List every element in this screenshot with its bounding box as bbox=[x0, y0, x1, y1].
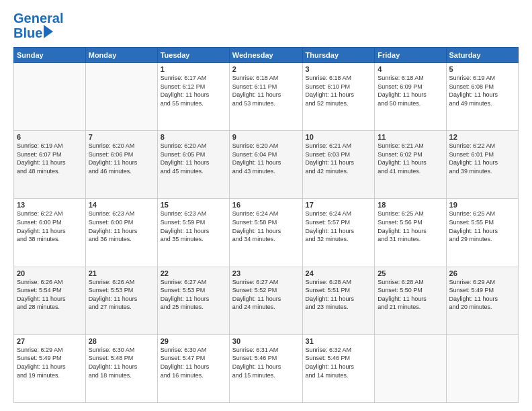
day-info: Sunrise: 6:18 AM Sunset: 6:10 PM Dayligh… bbox=[306, 74, 372, 107]
header: General Blue bbox=[13, 11, 519, 40]
calendar-cell: 15Sunrise: 6:23 AM Sunset: 5:59 PM Dayli… bbox=[157, 199, 229, 267]
day-info: Sunrise: 6:25 AM Sunset: 5:55 PM Dayligh… bbox=[449, 210, 515, 243]
calendar-week-3: 13Sunrise: 6:22 AM Sunset: 6:00 PM Dayli… bbox=[14, 199, 519, 267]
calendar-cell: 13Sunrise: 6:22 AM Sunset: 6:00 PM Dayli… bbox=[14, 199, 86, 267]
calendar-cell: 31Sunrise: 6:32 AM Sunset: 5:46 PM Dayli… bbox=[302, 334, 375, 402]
calendar-cell: 16Sunrise: 6:24 AM Sunset: 5:58 PM Dayli… bbox=[229, 199, 302, 267]
calendar-cell: 9Sunrise: 6:20 AM Sunset: 6:04 PM Daylig… bbox=[229, 131, 302, 199]
day-number: 28 bbox=[89, 337, 154, 345]
day-info: Sunrise: 6:23 AM Sunset: 5:59 PM Dayligh… bbox=[161, 210, 226, 243]
day-info: Sunrise: 6:24 AM Sunset: 5:58 PM Dayligh… bbox=[232, 210, 300, 243]
calendar-week-4: 20Sunrise: 6:26 AM Sunset: 5:54 PM Dayli… bbox=[14, 267, 519, 334]
day-info: Sunrise: 6:27 AM Sunset: 5:53 PM Dayligh… bbox=[161, 278, 226, 312]
day-info: Sunrise: 6:21 AM Sunset: 6:02 PM Dayligh… bbox=[378, 142, 443, 175]
day-number: 14 bbox=[89, 201, 154, 209]
calendar-cell: 22Sunrise: 6:27 AM Sunset: 5:53 PM Dayli… bbox=[157, 267, 229, 334]
logo: General Blue bbox=[13, 11, 63, 40]
calendar-cell: 27Sunrise: 6:29 AM Sunset: 5:49 PM Dayli… bbox=[14, 334, 86, 402]
day-info: Sunrise: 6:32 AM Sunset: 5:46 PM Dayligh… bbox=[306, 346, 372, 379]
day-info: Sunrise: 6:17 AM Sunset: 6:12 PM Dayligh… bbox=[161, 74, 226, 107]
day-number: 5 bbox=[449, 65, 515, 73]
calendar-cell bbox=[375, 334, 446, 402]
day-info: Sunrise: 6:26 AM Sunset: 5:54 PM Dayligh… bbox=[17, 278, 83, 312]
calendar-cell: 20Sunrise: 6:26 AM Sunset: 5:54 PM Dayli… bbox=[14, 267, 86, 334]
logo-arrow-icon bbox=[44, 25, 53, 38]
day-info: Sunrise: 6:20 AM Sunset: 6:06 PM Dayligh… bbox=[89, 142, 154, 175]
day-info: Sunrise: 6:23 AM Sunset: 6:00 PM Dayligh… bbox=[89, 210, 154, 243]
day-number: 4 bbox=[378, 65, 443, 73]
calendar-cell: 30Sunrise: 6:31 AM Sunset: 5:46 PM Dayli… bbox=[229, 334, 302, 402]
calendar-cell: 4Sunrise: 6:18 AM Sunset: 6:09 PM Daylig… bbox=[375, 63, 446, 131]
day-info: Sunrise: 6:22 AM Sunset: 6:01 PM Dayligh… bbox=[449, 142, 515, 175]
calendar-cell: 24Sunrise: 6:28 AM Sunset: 5:51 PM Dayli… bbox=[302, 267, 375, 334]
calendar-cell bbox=[446, 334, 518, 402]
calendar-table: SundayMondayTuesdayWednesdayThursdayFrid… bbox=[13, 47, 519, 403]
day-info: Sunrise: 6:28 AM Sunset: 5:51 PM Dayligh… bbox=[306, 278, 372, 312]
calendar-cell: 26Sunrise: 6:29 AM Sunset: 5:49 PM Dayli… bbox=[446, 267, 518, 334]
calendar-cell: 14Sunrise: 6:23 AM Sunset: 6:00 PM Dayli… bbox=[85, 199, 157, 267]
calendar-cell: 7Sunrise: 6:20 AM Sunset: 6:06 PM Daylig… bbox=[85, 131, 157, 199]
calendar-cell: 12Sunrise: 6:22 AM Sunset: 6:01 PM Dayli… bbox=[446, 131, 518, 199]
calendar-cell: 21Sunrise: 6:26 AM Sunset: 5:53 PM Dayli… bbox=[85, 267, 157, 334]
calendar-cell: 5Sunrise: 6:19 AM Sunset: 6:08 PM Daylig… bbox=[446, 63, 518, 131]
day-info: Sunrise: 6:19 AM Sunset: 6:08 PM Dayligh… bbox=[449, 74, 515, 107]
day-number: 20 bbox=[17, 269, 83, 277]
day-info: Sunrise: 6:20 AM Sunset: 6:04 PM Dayligh… bbox=[232, 142, 300, 175]
day-number: 12 bbox=[449, 133, 515, 141]
day-info: Sunrise: 6:28 AM Sunset: 5:50 PM Dayligh… bbox=[378, 278, 443, 312]
logo-text-block: General Blue bbox=[13, 11, 63, 40]
calendar-week-1: 1Sunrise: 6:17 AM Sunset: 6:12 PM Daylig… bbox=[14, 63, 519, 131]
weekday-header-row: SundayMondayTuesdayWednesdayThursdayFrid… bbox=[14, 48, 519, 63]
day-number: 6 bbox=[17, 133, 83, 141]
calendar-cell: 8Sunrise: 6:20 AM Sunset: 6:05 PM Daylig… bbox=[157, 131, 229, 199]
day-number: 3 bbox=[306, 65, 372, 73]
day-info: Sunrise: 6:27 AM Sunset: 5:52 PM Dayligh… bbox=[232, 278, 300, 312]
day-number: 27 bbox=[17, 337, 83, 345]
day-info: Sunrise: 6:18 AM Sunset: 6:11 PM Dayligh… bbox=[232, 74, 300, 107]
logo-blue: Blue bbox=[13, 26, 42, 40]
day-info: Sunrise: 6:30 AM Sunset: 5:48 PM Dayligh… bbox=[89, 346, 154, 379]
page: General Blue SundayMondayTuesdayWednesda… bbox=[0, 0, 532, 411]
day-info: Sunrise: 6:31 AM Sunset: 5:46 PM Dayligh… bbox=[232, 346, 300, 379]
day-number: 8 bbox=[161, 133, 226, 141]
day-number: 7 bbox=[89, 133, 154, 141]
day-info: Sunrise: 6:30 AM Sunset: 5:47 PM Dayligh… bbox=[161, 346, 226, 379]
day-info: Sunrise: 6:21 AM Sunset: 6:03 PM Dayligh… bbox=[306, 142, 372, 175]
calendar-cell: 29Sunrise: 6:30 AM Sunset: 5:47 PM Dayli… bbox=[157, 334, 229, 402]
weekday-header-wednesday: Wednesday bbox=[229, 48, 302, 63]
calendar-cell: 10Sunrise: 6:21 AM Sunset: 6:03 PM Dayli… bbox=[302, 131, 375, 199]
calendar-cell bbox=[85, 63, 157, 131]
day-number: 31 bbox=[306, 337, 372, 345]
weekday-header-tuesday: Tuesday bbox=[157, 48, 229, 63]
calendar-cell: 2Sunrise: 6:18 AM Sunset: 6:11 PM Daylig… bbox=[229, 63, 302, 131]
day-number: 9 bbox=[232, 133, 300, 141]
day-number: 1 bbox=[161, 65, 226, 73]
day-number: 15 bbox=[161, 201, 226, 209]
calendar-cell: 23Sunrise: 6:27 AM Sunset: 5:52 PM Dayli… bbox=[229, 267, 302, 334]
day-number: 2 bbox=[232, 65, 300, 73]
calendar-week-2: 6Sunrise: 6:19 AM Sunset: 6:07 PM Daylig… bbox=[14, 131, 519, 199]
day-number: 21 bbox=[89, 269, 154, 277]
day-info: Sunrise: 6:19 AM Sunset: 6:07 PM Dayligh… bbox=[17, 142, 83, 175]
day-number: 10 bbox=[306, 133, 372, 141]
weekday-header-monday: Monday bbox=[85, 48, 157, 63]
calendar-cell: 18Sunrise: 6:25 AM Sunset: 5:56 PM Dayli… bbox=[375, 199, 446, 267]
calendar-week-5: 27Sunrise: 6:29 AM Sunset: 5:49 PM Dayli… bbox=[14, 334, 519, 402]
calendar-cell: 6Sunrise: 6:19 AM Sunset: 6:07 PM Daylig… bbox=[14, 131, 86, 199]
day-number: 18 bbox=[378, 201, 443, 209]
weekday-header-thursday: Thursday bbox=[302, 48, 375, 63]
calendar-cell: 19Sunrise: 6:25 AM Sunset: 5:55 PM Dayli… bbox=[446, 199, 518, 267]
calendar-cell: 11Sunrise: 6:21 AM Sunset: 6:02 PM Dayli… bbox=[375, 131, 446, 199]
day-info: Sunrise: 6:18 AM Sunset: 6:09 PM Dayligh… bbox=[378, 74, 443, 107]
day-number: 11 bbox=[378, 133, 443, 141]
day-info: Sunrise: 6:29 AM Sunset: 5:49 PM Dayligh… bbox=[17, 346, 83, 379]
day-number: 29 bbox=[161, 337, 226, 345]
day-number: 19 bbox=[449, 201, 515, 209]
calendar-cell: 1Sunrise: 6:17 AM Sunset: 6:12 PM Daylig… bbox=[157, 63, 229, 131]
calendar-cell: 28Sunrise: 6:30 AM Sunset: 5:48 PM Dayli… bbox=[85, 334, 157, 402]
day-number: 13 bbox=[17, 201, 83, 209]
day-number: 22 bbox=[161, 269, 226, 277]
day-number: 24 bbox=[306, 269, 372, 277]
day-number: 17 bbox=[306, 201, 372, 209]
calendar-cell bbox=[14, 63, 86, 131]
